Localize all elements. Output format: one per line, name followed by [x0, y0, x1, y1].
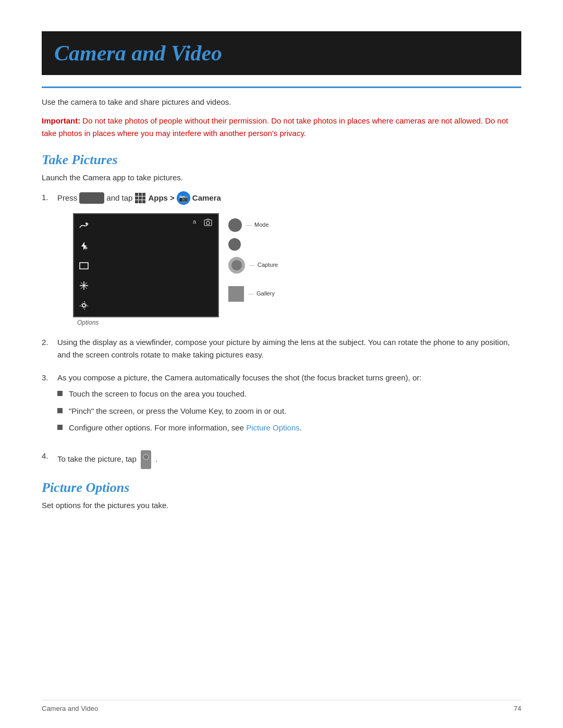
step1-camera-label: Camera	[192, 192, 221, 204]
step-1: 1. Press and tap	[42, 191, 521, 326]
camera-screen: a	[73, 213, 219, 317]
page-footer: Camera and Video 74	[42, 700, 521, 712]
step-4-prefix: To take the picture, tap	[57, 454, 139, 463]
cam-gallery-label: — Gallery	[248, 289, 275, 299]
cam-capture-button	[228, 257, 245, 274]
intro-text: Use the camera to take and share picture…	[42, 97, 521, 106]
step1-apps-label: Apps >	[148, 192, 174, 204]
step-4-num: 4.	[42, 450, 57, 462]
svg-rect-11	[80, 263, 88, 269]
picture-options-title: Picture Options	[42, 480, 521, 496]
home-button-img	[79, 192, 104, 204]
svg-rect-7	[139, 200, 142, 203]
take-pictures-intro: Launch the Camera app to take pictures.	[42, 173, 521, 182]
cam-capture-row: — Capture	[228, 257, 278, 274]
step-3-content: As you compose a picture, the Camera aut…	[57, 372, 521, 439]
bullet-1-text: Touch the screen to focus on the area yo…	[69, 388, 247, 400]
svg-rect-0	[135, 193, 138, 196]
cam-icon-5	[78, 300, 90, 311]
chapter-title-box: Camera and Video	[42, 31, 521, 75]
cam-icon-4	[78, 280, 90, 291]
step1-prefix: Press	[57, 192, 77, 204]
bullet-square-3	[57, 425, 63, 430]
cam-mode-row: — Mode	[228, 218, 278, 232]
footer-right: 74	[514, 705, 521, 712]
apps-grid-icon	[134, 192, 146, 204]
chapter-title: Camera and Video	[54, 41, 222, 65]
svg-rect-8	[142, 200, 145, 203]
svg-point-19	[206, 221, 210, 225]
bullet-2: "Pinch" the screen, or press the Volume …	[57, 405, 521, 417]
svg-point-9	[85, 223, 88, 225]
step-1-line: Press and tap Apps	[57, 191, 521, 205]
cam-video-row	[228, 238, 278, 251]
cam-icon-2	[78, 240, 90, 252]
svg-rect-6	[135, 200, 138, 203]
camera-diagram-wrapper: a Options	[73, 213, 521, 317]
step-3: 3. As you compose a picture, the Camera …	[42, 372, 521, 439]
steps-list: 1. Press and tap	[42, 191, 521, 470]
cam-left-icons	[78, 220, 90, 311]
svg-point-22	[144, 455, 148, 459]
capture-icon-small	[139, 450, 153, 470]
svg-rect-2	[142, 193, 145, 196]
cam-icon-3	[78, 260, 90, 272]
camera-app-icon	[177, 191, 190, 205]
bullet-3-text: Configure other options. For more inform…	[69, 422, 302, 434]
bullet-3: Configure other options. For more inform…	[57, 422, 521, 434]
cam-gallery-row: — Gallery	[228, 286, 278, 302]
step-3-intro: As you compose a picture, the Camera aut…	[57, 373, 422, 382]
step-2-content: Using the display as a viewfinder, compo…	[57, 336, 521, 361]
important-label: Important:	[42, 116, 80, 125]
bullet-square-2	[57, 408, 63, 413]
important-body: Do not take photos of people without the…	[42, 116, 508, 138]
step-3-num: 3.	[42, 372, 57, 384]
picture-options-link[interactable]: Picture Options	[246, 423, 300, 432]
step-1-num: 1.	[42, 191, 57, 204]
cam-top-right-a: a	[193, 217, 196, 227]
picture-options-intro: Set options for the pictures you take.	[42, 501, 521, 510]
blue-divider	[42, 87, 521, 88]
bullet-square-1	[57, 391, 63, 396]
cam-mode-label: — Mode	[246, 220, 269, 230]
page-container: Camera and Video Use the camera to take …	[0, 0, 563, 561]
cam-icon-1	[78, 220, 90, 232]
step-2: 2. Using the display as a viewfinder, co…	[42, 336, 521, 361]
svg-point-10	[85, 247, 87, 249]
take-pictures-title: Take Pictures	[42, 152, 521, 168]
step-3-bullets: Touch the screen to focus on the area yo…	[57, 388, 521, 434]
svg-rect-3	[135, 196, 138, 200]
cam-mode-button	[228, 218, 242, 232]
cam-capture-label: — Capture	[249, 261, 278, 270]
step-4: 4. To take the picture, tap .	[42, 450, 521, 470]
step-1-content: Press and tap Apps	[57, 191, 521, 326]
step-2-num: 2.	[42, 336, 57, 349]
cam-top-camera-icon	[203, 217, 213, 227]
bullet-1: Touch the screen to focus on the area yo…	[57, 388, 521, 400]
bullet-2-text: "Pinch" the screen, or press the Volume …	[69, 405, 286, 417]
step-4-content: To take the picture, tap .	[57, 450, 521, 470]
step-4-suffix: .	[155, 454, 157, 463]
footer-left: Camera and Video	[42, 705, 98, 712]
svg-rect-4	[139, 196, 142, 200]
cam-video-button	[228, 238, 241, 251]
svg-rect-5	[142, 196, 145, 200]
cam-options-label: Options	[77, 318, 99, 328]
step1-mid: and tap	[106, 192, 132, 204]
cam-right-controls: — Mode — Captu	[228, 218, 278, 302]
cam-gallery-box	[228, 286, 244, 302]
important-notice: Important: Do not take photos of people …	[42, 115, 521, 140]
svg-rect-1	[139, 193, 142, 196]
svg-point-16	[82, 304, 85, 307]
